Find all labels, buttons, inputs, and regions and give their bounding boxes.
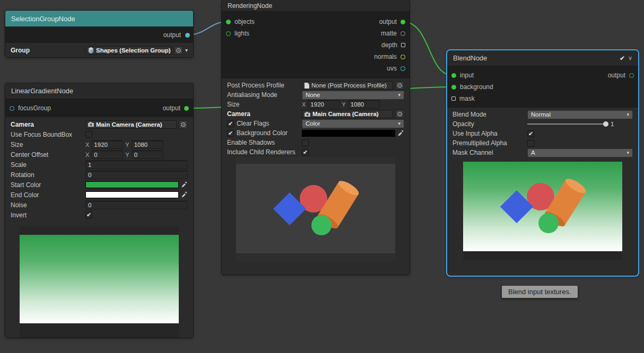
rendering-node[interactable]: RenderingNode objects output lights matt…	[222, 0, 410, 275]
blend-mode-dropdown[interactable]: Normal ▾	[527, 110, 633, 119]
use-focus-boundbox-checkbox[interactable]	[85, 131, 92, 138]
port-label-output: output	[379, 18, 397, 25]
object-picker-button[interactable]: ⊙	[179, 120, 188, 129]
center-offset-x-field[interactable]: 0	[91, 151, 123, 159]
selection-group-node-header[interactable]: SelectionGroupNode	[5, 11, 193, 27]
port-label-input: input	[460, 72, 474, 79]
node-title: LinearGradientNode	[11, 87, 73, 95]
depth-port[interactable]	[401, 43, 405, 47]
size-y-field[interactable]: 1080	[348, 100, 380, 109]
node-title: BlendNode	[453, 54, 487, 62]
start-color-label: Start Color	[11, 181, 83, 189]
edge-rendering-output-to-blend-input[interactable]	[403, 22, 452, 75]
opacity-value[interactable]: 1	[611, 121, 633, 127]
mask-port[interactable]	[451, 96, 456, 101]
opacity-slider-handle[interactable]	[603, 121, 608, 127]
camera-object-field[interactable]: Main Camera (Camera)	[302, 110, 393, 118]
linear-gradient-node-header[interactable]: LinearGradientNode	[5, 83, 193, 99]
mask-channel-dropdown[interactable]: A ▾	[527, 148, 633, 157]
premultiplied-alpha-checkbox[interactable]	[527, 140, 534, 147]
dropdown-arrow-icon[interactable]: ▾	[185, 47, 188, 53]
eyedropper-icon[interactable]	[181, 191, 188, 198]
x-axis-label: X	[85, 152, 89, 158]
post-process-profile-field[interactable]: None (Post Process Profile)	[302, 81, 393, 90]
matte-port[interactable]	[401, 31, 405, 36]
enable-shadows-label: Enable Shadows	[227, 139, 299, 146]
camera-icon	[88, 122, 94, 127]
opacity-slider[interactable]	[527, 121, 608, 127]
camera-label: Camera	[11, 121, 83, 128]
use-focus-boundbox-label: Use Focus BoundBox	[11, 131, 83, 138]
focus-group-port[interactable]	[10, 106, 14, 111]
background-color-swatch[interactable]	[302, 130, 395, 137]
invert-label: Invert	[11, 211, 83, 219]
enable-shadows-checkbox[interactable]	[302, 139, 309, 146]
noise-field[interactable]: 0	[85, 201, 188, 209]
camera-object-field[interactable]: Main Camera (Camera)	[85, 120, 177, 129]
camera-icon	[304, 112, 310, 117]
blend-mode-label: Blend Mode	[452, 111, 525, 118]
port-label-normals: normals	[374, 53, 397, 60]
normals-port[interactable]	[401, 55, 405, 59]
output-port[interactable]	[185, 33, 190, 38]
noise-label: Noise	[11, 201, 83, 209]
object-picker-button[interactable]: ⊙	[395, 81, 404, 90]
end-color-swatch[interactable]	[85, 191, 179, 198]
selection-group-node[interactable]: SelectionGroupNode output Group Shapes (…	[5, 11, 193, 57]
clear-flags-checkbox[interactable]	[227, 120, 234, 127]
node-enabled-check-icon[interactable]: ✔	[620, 55, 625, 62]
y-axis-label: Y	[342, 101, 345, 108]
node-title: SelectionGroupNode	[11, 15, 75, 23]
size-y-field[interactable]: 1080	[132, 140, 163, 149]
invert-checkbox[interactable]	[85, 211, 92, 218]
output-port[interactable]	[401, 20, 405, 24]
output-port[interactable]	[629, 73, 634, 78]
object-picker-button[interactable]: ⊙	[395, 110, 404, 118]
blend-node-header[interactable]: BlendNode ✔ ∨	[447, 50, 638, 66]
gradient-preview	[20, 226, 179, 338]
uvs-port[interactable]	[401, 66, 405, 71]
size-x-field[interactable]: 1920	[91, 140, 123, 149]
end-color-label: End Color	[11, 191, 83, 199]
include-child-renderers-checkbox[interactable]	[302, 149, 309, 156]
input-port[interactable]	[451, 73, 456, 78]
object-picker-button[interactable]: ⊙	[174, 46, 183, 55]
scale-field[interactable]: 1	[85, 161, 188, 169]
blend-preview	[463, 162, 622, 260]
cube-icon	[88, 47, 94, 54]
y-axis-label: Y	[125, 142, 129, 148]
antialiasing-mode-value: None	[306, 92, 320, 98]
start-color-swatch[interactable]	[85, 181, 179, 188]
rotation-field[interactable]: 0	[85, 171, 188, 179]
edge-selectiongroup-output-to-objects[interactable]	[187, 22, 227, 35]
group-object-value: Shapes (Selection Group)	[96, 47, 171, 54]
linear-gradient-node[interactable]: LinearGradientNode focusGroup output Cam…	[5, 83, 193, 338]
objects-port[interactable]	[226, 20, 231, 24]
gradient-preview-image	[20, 235, 179, 323]
antialiasing-mode-dropdown[interactable]: None ▾	[302, 91, 404, 100]
clear-flags-dropdown[interactable]: Color ▾	[302, 119, 404, 128]
mask-channel-value: A	[531, 149, 535, 156]
collapse-chevron-icon[interactable]: ∨	[628, 55, 632, 61]
output-port[interactable]	[184, 106, 189, 111]
eyedropper-icon[interactable]	[397, 130, 404, 137]
camera-object-value: Main Camera (Camera)	[96, 121, 162, 128]
group-object-field[interactable]: Shapes (Selection Group)	[85, 46, 172, 55]
port-label-depth: depth	[381, 41, 397, 49]
size-x-field[interactable]: 1920	[308, 100, 340, 109]
camera-object-value: Main Camera (Camera)	[312, 111, 379, 117]
group-field-label: Group	[11, 47, 83, 54]
center-offset-y-field[interactable]: 0	[132, 151, 163, 159]
background-port[interactable]	[451, 85, 456, 90]
y-axis-label: Y	[125, 152, 129, 158]
background-color-checkbox[interactable]	[227, 130, 234, 137]
size-label: Size	[11, 141, 83, 148]
opacity-slider-track	[527, 123, 607, 125]
rendering-node-header[interactable]: RenderingNode	[222, 0, 410, 12]
use-input-alpha-checkbox[interactable]	[527, 130, 534, 137]
lights-port[interactable]	[226, 31, 231, 36]
eyedropper-icon[interactable]	[181, 181, 188, 188]
blend-node[interactable]: BlendNode ✔ ∨ input output background m	[447, 50, 638, 276]
scale-label: Scale	[11, 161, 83, 169]
graph-canvas[interactable]: { "icons": { "check": "✔", "chevron": "∨…	[0, 0, 644, 353]
